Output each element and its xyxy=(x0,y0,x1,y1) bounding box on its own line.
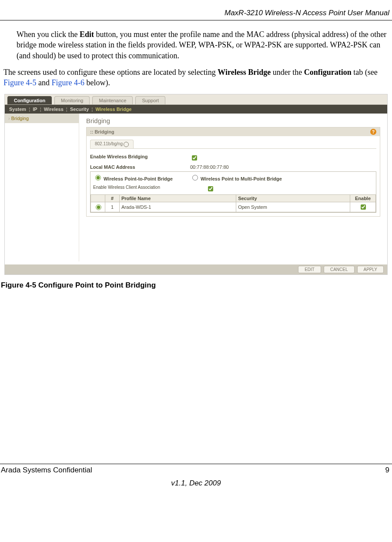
page-title: Bridging xyxy=(86,117,380,124)
p2-mid2: tab (see xyxy=(352,68,378,77)
apply-button[interactable]: APPLY xyxy=(357,266,384,273)
tab-support[interactable]: Support xyxy=(135,96,165,104)
subnav-system[interactable]: System xyxy=(9,107,26,112)
footer-version: v1.1, Dec 2009 xyxy=(0,479,392,488)
p2-bold-config: Configuration xyxy=(304,68,352,77)
link-figure-4-6[interactable]: Figure 4-6 xyxy=(52,78,85,87)
row-select-radio[interactable] xyxy=(96,204,101,210)
profile-table: # Profile Name Security Enable 1 Arada-W… xyxy=(90,194,376,212)
subnav-wireless[interactable]: Wireless xyxy=(44,107,64,112)
row-num: 1 xyxy=(105,202,120,212)
main-tabs: Configuration Monitoring Maintenance Sup… xyxy=(5,94,387,105)
edit-button[interactable]: EDIT xyxy=(298,266,321,273)
cancel-button[interactable]: CANCEL xyxy=(324,266,355,273)
col-profile-name: Profile Name xyxy=(120,194,236,202)
radio-p2mp[interactable]: Wireless Point to Multi-Point Bridge xyxy=(190,174,282,181)
client-assoc-checkbox[interactable] xyxy=(208,186,213,191)
panel-header-label: :: Bridging xyxy=(90,129,114,134)
sub-nav: System¦ IP¦ Wireless¦ Security¦ Wireless… xyxy=(5,105,387,114)
enable-bridging-checkbox[interactable] xyxy=(192,155,197,161)
help-icon[interactable]: ? xyxy=(370,129,376,135)
doc-header: MaxR-3210 Wireless-N Access Point User M… xyxy=(0,9,392,20)
link-figure-4-5[interactable]: Figure 4-5 xyxy=(3,78,37,87)
col-select xyxy=(91,194,105,202)
enable-bridging-label: Enable Wireless Bridging xyxy=(90,154,190,162)
inner-tab-label: 802.11b/bg/ng xyxy=(95,141,123,146)
p2-mid3: and xyxy=(37,78,52,87)
col-security: Security xyxy=(236,194,350,202)
sidebar-item-bridging[interactable]: Bridging xyxy=(5,114,79,123)
figure-caption: Figure 4-5 Configure Point to Point Brid… xyxy=(1,281,392,290)
subnav-wireless-bridge[interactable]: Wireless Bridge xyxy=(95,107,131,112)
subnav-ip[interactable]: IP xyxy=(33,107,37,112)
row-enable-checkbox[interactable] xyxy=(361,204,366,210)
sep-icon: ¦ xyxy=(29,107,30,112)
col-enable: Enable xyxy=(350,194,376,202)
sep-icon: ¦ xyxy=(91,107,93,112)
footer-left: Arada Systems Confidential xyxy=(1,466,92,475)
p2-mid1: under the xyxy=(271,68,304,77)
tab-80211[interactable]: 802.11b/bg/ng xyxy=(90,140,134,148)
row-profile: Arada-WDS-1 xyxy=(120,202,236,212)
local-mac-label: Local MAC Address xyxy=(90,164,190,170)
action-bar: EDIT CANCEL APPLY xyxy=(5,264,387,274)
radio-p2p[interactable]: Wireless Point-to-Point Bridge xyxy=(93,174,173,181)
footer-page-number: 9 xyxy=(385,466,389,475)
subnav-security[interactable]: Security xyxy=(70,107,89,112)
p1-bold-edit: Edit xyxy=(80,30,94,39)
tab-maintenance[interactable]: Maintenance xyxy=(92,96,133,104)
config-screenshot: Configuration Monitoring Maintenance Sup… xyxy=(4,94,388,275)
paragraph-1: When you click the Edit button, you must… xyxy=(17,29,389,61)
radio-p2mp-label: Wireless Point to Multi-Point Bridge xyxy=(201,176,282,181)
table-row[interactable]: 1 Arada-WDS-1 Open System xyxy=(91,202,376,212)
p1-pre: When you click the xyxy=(17,30,80,39)
p2-pre: The screens used to configure these opti… xyxy=(3,68,218,77)
wifi-icon xyxy=(124,142,129,147)
client-assoc-label: Enable Wireless Client Association xyxy=(93,185,206,193)
tab-monitoring[interactable]: Monitoring xyxy=(54,96,90,104)
sep-icon: ¦ xyxy=(66,107,67,112)
p2-bold-wb: Wireless Bridge xyxy=(218,68,271,77)
sidebar: Bridging xyxy=(5,114,79,261)
sep-icon: ¦ xyxy=(40,107,41,112)
col-num: # xyxy=(105,194,120,202)
row-security: Open System xyxy=(236,202,350,212)
p2-post: below). xyxy=(84,78,110,87)
radio-p2p-label: Wireless Point-to-Point Bridge xyxy=(104,176,173,181)
paragraph-2: The screens used to configure these opti… xyxy=(3,67,389,88)
local-mac-value: 00:77:88:00:77:80 xyxy=(190,164,229,170)
tab-configuration[interactable]: Configuration xyxy=(7,96,52,104)
bridging-panel: :: Bridging ? 802.11b/bg/ng Enable Wirel… xyxy=(86,127,380,216)
